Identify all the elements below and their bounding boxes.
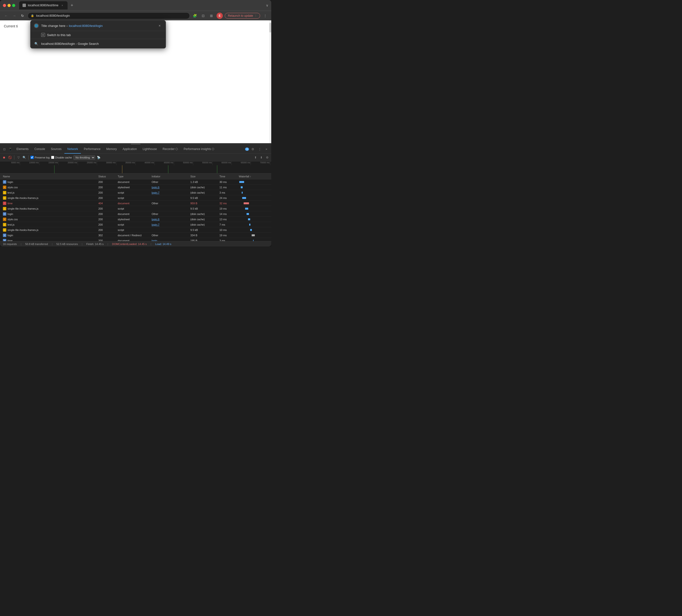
table-row[interactable]: cstyle.css 200 stylesheet login:6 (disk … — [0, 185, 271, 190]
disable-cache-input[interactable] — [51, 156, 54, 159]
row-initiator[interactable]: login:6 — [151, 218, 189, 221]
col-type[interactable]: Type — [117, 175, 151, 178]
network-table: Name Status Type Initiator Size Time Wat… — [0, 174, 271, 241]
tab-favicon — [23, 4, 26, 7]
col-size[interactable]: Size — [189, 175, 219, 178]
active-tab[interactable]: localhost:8080/test/time × — [19, 1, 68, 9]
preserve-log-input[interactable] — [30, 156, 34, 159]
table-row[interactable]: dlogin 200 document Other 1.3 kB 30 ms — [0, 179, 271, 185]
tab-sources[interactable]: Sources — [48, 145, 64, 154]
maximize-window-btn[interactable] — [12, 4, 15, 7]
traffic-lights — [3, 4, 15, 7]
throttle-select[interactable]: No throttling Fast 3G Slow 3G Offline — [73, 155, 95, 160]
col-time[interactable]: Time — [219, 175, 238, 178]
relaunch-button[interactable]: Relaunch to update ⋮ — [225, 13, 260, 19]
switch-to-tab-label: Switch to this tab — [47, 33, 71, 37]
row-initiator[interactable]: login — [151, 239, 189, 241]
back-button[interactable]: ← — [3, 13, 9, 19]
profile-button[interactable]: E — [217, 13, 223, 19]
inspect-element-icon[interactable]: ⊡ — [2, 147, 7, 152]
preserve-log-checkbox[interactable]: Preserve log — [30, 156, 50, 159]
close-window-btn[interactable] — [3, 4, 6, 7]
page-scrollbar-thumb[interactable] — [269, 23, 271, 32]
table-row[interactable]: !time 404 document Other 959 B 32 ms — [0, 201, 271, 206]
omnibox-header-text: Title change here – localhost:8080/test/… — [41, 24, 155, 28]
row-initiator: Other — [151, 202, 189, 205]
tab-network[interactable]: Network — [64, 145, 81, 154]
row-initiator[interactable]: login:6 — [151, 186, 189, 189]
row-name: cstyle.css — [2, 218, 97, 221]
search-icon[interactable]: 🔍 — [22, 155, 26, 160]
tab-recorder[interactable]: Recorder ⬡ — [160, 145, 181, 154]
row-size: (disk cache) — [189, 213, 219, 215]
minimize-window-btn[interactable] — [7, 4, 11, 7]
devtools-settings-icon[interactable]: ⚙ — [250, 146, 256, 152]
file-icon-doc: d — [3, 234, 6, 237]
table-row[interactable]: dtime 200 document login 195 B 3 ms — [0, 238, 271, 241]
clear-btn[interactable]: 🚫 — [8, 155, 12, 160]
disable-cache-checkbox[interactable]: Disable cache — [51, 156, 72, 159]
extensions-icon[interactable]: 🧩 — [192, 13, 198, 19]
filter-icon[interactable]: ▽ — [16, 155, 21, 160]
col-name[interactable]: Name — [2, 175, 97, 178]
tab-elements[interactable]: Elements — [14, 145, 31, 154]
devtools-close-icon[interactable]: × — [264, 146, 269, 152]
omnibox-close-btn[interactable]: × — [157, 23, 162, 28]
new-tab-button[interactable]: + — [69, 2, 75, 9]
forward-button[interactable]: → — [11, 13, 18, 19]
tab-search-icon[interactable]: ⊞ — [208, 13, 214, 19]
row-type: document — [117, 239, 151, 241]
tl-label-4: 20000 ms — [59, 161, 78, 165]
tab-application[interactable]: Application — [120, 145, 140, 154]
row-size: (disk cache) — [189, 191, 219, 194]
timeline-bar[interactable]: 5000 ms 10000 ms 15000 ms 20000 ms 25000… — [0, 161, 271, 174]
col-waterfall[interactable]: Waterfall ↑ — [238, 175, 269, 178]
row-waterfall — [238, 186, 269, 188]
tab-performance[interactable]: Performance — [81, 145, 104, 154]
tab-memory[interactable]: Memory — [104, 145, 120, 154]
address-bar[interactable]: 🔒 localhost:8080/test/login — [28, 13, 190, 19]
tab-perf-insights[interactable]: Performance insights ⬡ — [181, 145, 217, 154]
table-row[interactable]: cstyle.css 200 stylesheet login:6 (disk … — [0, 217, 271, 222]
table-row[interactable]: jsingle-file-hooks-frames.js 200 script … — [0, 227, 271, 233]
import-har-icon[interactable]: ⬆ — [253, 155, 258, 160]
reading-list-icon[interactable]: ⊡ — [200, 13, 206, 19]
table-row[interactable]: dlogin 200 document Other (disk cache) 1… — [0, 211, 271, 217]
col-initiator[interactable]: Initiator — [151, 175, 189, 178]
tl-label-6: 30000 ms — [97, 161, 116, 165]
row-type: document — [117, 213, 151, 215]
row-status: 302 — [97, 234, 117, 237]
row-initiator[interactable]: login:7 — [151, 223, 189, 226]
network-conditions-icon[interactable]: 📡 — [97, 155, 101, 160]
search-query-text: localhost:8080/test/login - Google Searc… — [41, 42, 99, 46]
omnibox-link[interactable]: localhost:8080/test/login — [69, 24, 103, 28]
table-row[interactable]: jtest.js 200 script login:7 (disk cache)… — [0, 222, 271, 227]
device-toolbar-icon[interactable]: 📱 — [8, 147, 13, 152]
switch-to-tab-row[interactable]: ⊡ Switch to this tab — [30, 31, 166, 39]
refresh-button[interactable]: ↻ — [19, 13, 26, 19]
tab-lighthouse[interactable]: Lighthouse — [140, 145, 160, 154]
table-row[interactable]: jsingle-file-hooks-frames.js 200 script … — [0, 206, 271, 211]
export-har-icon[interactable]: ⬇ — [259, 155, 264, 160]
table-row[interactable]: jtest.js 200 script login:7 (disk cache)… — [0, 190, 271, 195]
tab-close-btn[interactable]: × — [60, 3, 64, 7]
tab-bar-end-btn[interactable]: ∨ — [266, 3, 268, 7]
table-row[interactable]: jsingle-file-hooks-frames.js 200 script … — [0, 195, 271, 201]
tab-console[interactable]: Console — [31, 145, 48, 154]
row-status: 404 — [97, 202, 117, 205]
tl-label-11: 55000 ms — [193, 161, 212, 165]
record-btn[interactable]: ⏺ — [2, 155, 6, 160]
col-status[interactable]: Status — [97, 175, 117, 178]
devtools-more-icon[interactable]: ⋮ — [257, 146, 263, 152]
row-status: 200 — [97, 191, 117, 194]
row-initiator: Other — [151, 180, 189, 183]
table-row[interactable]: dlogin 302 document / Redirect Other 334… — [0, 233, 271, 238]
row-initiator[interactable]: login:7 — [151, 191, 189, 194]
row-status: 200 — [97, 213, 117, 215]
page-scrollbar[interactable] — [269, 20, 271, 143]
devtools-badge: 1 — [245, 148, 249, 151]
more-options-icon[interactable]: ⋮ — [262, 13, 268, 19]
omnibox-notification-row: 🌐 Title change here – localhost:8080/tes… — [30, 21, 166, 31]
network-settings-icon[interactable]: ⚙ — [265, 155, 269, 160]
search-suggestion-row[interactable]: 🔍 localhost:8080/test/login - Google Sea… — [30, 39, 166, 48]
